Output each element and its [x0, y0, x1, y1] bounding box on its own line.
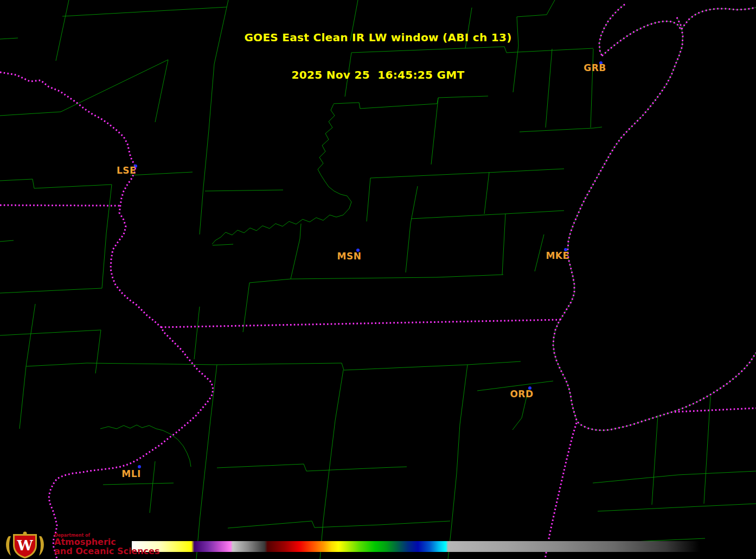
county-boundary-line: [411, 211, 564, 219]
county-boundary-line: [704, 396, 710, 504]
county-boundary-line: [0, 330, 101, 335]
county-boundary-line: [370, 169, 564, 178]
county-boundary-line: [598, 504, 756, 511]
county-boundary-line: [0, 179, 112, 188]
state-border-dotted: [545, 423, 576, 559]
county-boundary-line: [20, 366, 26, 429]
temperature-colorbar: [132, 541, 700, 552]
county-boundary-line: [150, 461, 155, 513]
county-boundary-line: [95, 330, 101, 373]
logo-text: Department of Atmospheric and Oceanic Sc…: [54, 533, 159, 556]
county-boundary-line: [213, 244, 233, 245]
county-boundary-line: [26, 304, 35, 366]
county-boundary-line: [431, 98, 438, 164]
county-boundary-line: [100, 425, 191, 467]
county-boundary-line: [520, 127, 602, 132]
title-line-2: 2025 Nov 25 16:45:25 GMT: [0, 69, 756, 81]
county-boundary-line: [484, 172, 489, 214]
state-border-dotted: [161, 320, 561, 327]
uw-aos-logo: W Department of Atmospheric and Oceanic …: [3, 531, 188, 559]
county-boundary-line: [406, 186, 418, 272]
station-label: LSE: [117, 165, 136, 176]
county-boundary-line: [502, 214, 505, 275]
station-label: MLI: [121, 468, 141, 479]
title-line-1: GOES East Clean IR LW window (ABI ch 13): [0, 31, 756, 44]
county-boundary-line: [0, 288, 102, 293]
county-boundary-line: [102, 233, 106, 288]
station-label: MSN: [337, 251, 362, 262]
svg-text:W: W: [16, 537, 33, 554]
county-boundary-line: [106, 185, 112, 233]
county-boundary-line: [217, 464, 407, 471]
state-border-dotted: [0, 205, 120, 206]
county-boundary-line: [194, 307, 200, 359]
uw-crest-icon: W: [3, 531, 47, 559]
county-boundary-line: [291, 224, 301, 279]
state-border-dotted: [0, 72, 213, 559]
county-boundary-line: [0, 112, 61, 116]
station-label: MKE: [546, 250, 569, 261]
county-boundary-line: [103, 483, 174, 485]
county-boundary-line: [367, 178, 370, 221]
county-boundary-line: [535, 234, 544, 271]
county-boundary-line: [205, 190, 283, 191]
county-boundary-line: [652, 415, 658, 505]
county-boundary-line: [593, 471, 756, 483]
station-label: ORD: [510, 389, 533, 399]
satellite-image-viewer: GOES East Clean IR LW window (ABI ch 13)…: [0, 0, 756, 559]
county-boundary-line: [448, 365, 467, 559]
county-boundary-line: [26, 363, 87, 366]
county-boundary-line: [130, 172, 193, 175]
county-boundary-line: [0, 240, 14, 242]
county-boundary-line: [212, 196, 351, 244]
logo-name-line2: and Oceanic Sciences: [54, 547, 159, 556]
county-boundary-line: [318, 104, 347, 196]
county-boundary-line: [87, 361, 521, 370]
image-title: GOES East Clean IR LW window (ABI ch 13)…: [0, 7, 756, 106]
county-boundary-line: [196, 365, 217, 559]
county-boundary-line: [228, 521, 450, 528]
county-boundary-line: [243, 283, 249, 332]
state-border-dotted: [675, 408, 756, 412]
county-boundary-line: [320, 370, 343, 559]
county-boundary-line: [249, 275, 503, 283]
